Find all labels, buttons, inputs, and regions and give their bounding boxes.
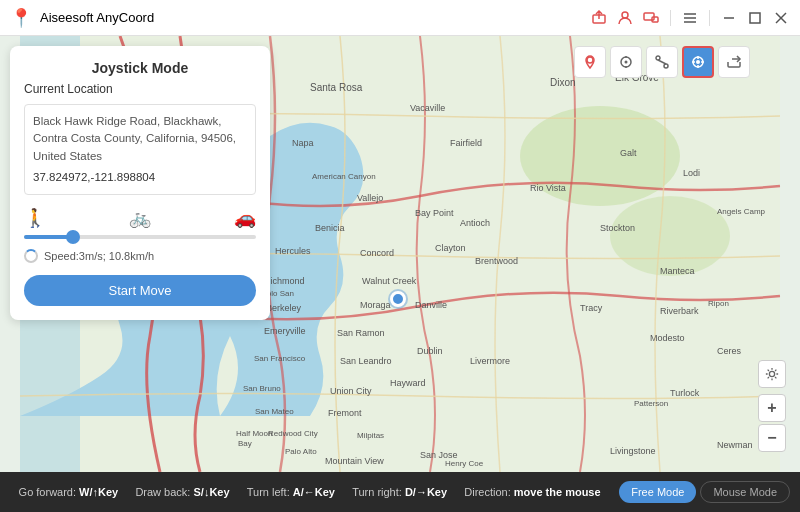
svg-point-75: [656, 56, 660, 60]
bottom-bar: Go forward: W/↑Key Draw back: S/↓Key Tur…: [0, 472, 800, 512]
svg-text:Berkeley: Berkeley: [266, 303, 302, 313]
panel-subtitle: Current Location: [24, 82, 256, 96]
svg-text:Lodi: Lodi: [683, 168, 700, 178]
menu-icon[interactable]: [681, 9, 699, 27]
svg-text:Vacaville: Vacaville: [410, 103, 445, 113]
svg-text:Redwood City: Redwood City: [268, 429, 318, 438]
coordinates-text: 37.824972,-121.898804: [33, 169, 247, 186]
svg-text:Hercules: Hercules: [275, 246, 311, 256]
svg-text:Ceres: Ceres: [717, 346, 742, 356]
slider-thumb[interactable]: [66, 230, 80, 244]
svg-text:Patterson: Patterson: [634, 399, 668, 408]
route-button[interactable]: [646, 46, 678, 78]
free-mode-button[interactable]: Free Mode: [619, 481, 696, 503]
map-toolbar: [574, 46, 750, 78]
svg-text:Half Moon: Half Moon: [236, 429, 272, 438]
location-dot: [390, 291, 406, 307]
svg-text:Walnut Creek: Walnut Creek: [362, 276, 417, 286]
hint-right-key: D/→Key: [405, 486, 447, 498]
svg-text:Brentwood: Brentwood: [475, 256, 518, 266]
hint-forward-label: Go forward:: [19, 486, 76, 498]
svg-point-84: [769, 371, 774, 376]
zoom-out-button[interactable]: −: [758, 424, 786, 452]
svg-text:Manteca: Manteca: [660, 266, 695, 276]
svg-point-14: [610, 196, 730, 276]
map-settings-button[interactable]: [758, 360, 786, 388]
share-icon[interactable]: [590, 9, 608, 27]
car-icon[interactable]: 🚗: [234, 207, 256, 229]
svg-text:Richmond: Richmond: [264, 276, 305, 286]
app-logo-icon: 📍: [10, 7, 32, 29]
svg-point-70: [587, 57, 593, 63]
hint-back-key: S/↓Key: [193, 486, 229, 498]
bike-icon[interactable]: 🚲: [129, 207, 151, 229]
start-move-button[interactable]: Start Move: [24, 275, 256, 306]
mouse-mode-button[interactable]: Mouse Mode: [700, 481, 790, 503]
hint-left-label: Turn left:: [247, 486, 290, 498]
svg-text:Tracy: Tracy: [580, 303, 603, 313]
svg-text:Napa: Napa: [292, 138, 314, 148]
svg-text:Vallejo: Vallejo: [357, 193, 383, 203]
hint-right-label: Turn right:: [352, 486, 402, 498]
walk-icon[interactable]: 🚶: [24, 207, 46, 229]
svg-text:Henry Coe: Henry Coe: [445, 459, 484, 468]
hint-forward: Go forward: W/↑Key: [19, 486, 119, 498]
titlebar-right: [590, 9, 790, 27]
export-button[interactable]: [718, 46, 750, 78]
zoom-controls: + −: [758, 360, 786, 452]
app-title: Aiseesoft AnyCoord: [40, 10, 154, 25]
minimize-button[interactable]: [720, 9, 738, 27]
hint-forward-key: W/↑Key: [79, 486, 118, 498]
svg-point-72: [625, 61, 628, 64]
user-icon[interactable]: [616, 9, 634, 27]
svg-text:Mountain View: Mountain View: [325, 456, 384, 466]
speed-slider-container: [24, 235, 256, 239]
keyboard-hints: Go forward: W/↑Key Draw back: S/↓Key Tur…: [0, 486, 619, 498]
side-panel: Joystick Mode Current Location Black Haw…: [10, 46, 270, 320]
location-pin-button[interactable]: [574, 46, 606, 78]
svg-text:Newman: Newman: [717, 440, 753, 450]
svg-text:Livingstone: Livingstone: [610, 446, 656, 456]
panel-title: Joystick Mode: [24, 60, 256, 76]
svg-text:American Canyon: American Canyon: [312, 172, 376, 181]
svg-text:Moraga: Moraga: [360, 300, 391, 310]
svg-text:Fremont: Fremont: [328, 408, 362, 418]
compass-button[interactable]: [610, 46, 642, 78]
svg-text:Union City: Union City: [330, 386, 372, 396]
hint-direction: Direction: move the mouse: [464, 486, 600, 498]
svg-text:Bay: Bay: [238, 439, 252, 448]
svg-text:Palo Alto: Palo Alto: [285, 447, 317, 456]
close-button[interactable]: [772, 9, 790, 27]
svg-text:Milpitas: Milpitas: [357, 431, 384, 440]
devices-icon[interactable]: [642, 9, 660, 27]
maximize-button[interactable]: [746, 9, 764, 27]
hint-back-label: Draw back:: [135, 486, 190, 498]
svg-text:Rio Vista: Rio Vista: [530, 183, 566, 193]
svg-text:Riverbark: Riverbark: [660, 306, 699, 316]
svg-text:San Ramon: San Ramon: [337, 328, 385, 338]
svg-text:Fairfield: Fairfield: [450, 138, 482, 148]
svg-text:Dublin: Dublin: [417, 346, 443, 356]
svg-rect-8: [750, 13, 760, 23]
slider-track[interactable]: [24, 235, 256, 239]
svg-text:Stockton: Stockton: [600, 223, 635, 233]
speed-icons-row: 🚶 🚲 🚗: [24, 207, 256, 229]
svg-point-78: [696, 60, 700, 64]
svg-text:San Mateo: San Mateo: [255, 407, 294, 416]
address-display: Black Hawk Ridge Road, Blackhawk, Contra…: [24, 104, 256, 195]
address-text: Black Hawk Ridge Road, Blackhawk, Contra…: [33, 115, 236, 162]
hint-right: Turn right: D/→Key: [352, 486, 447, 498]
svg-text:San Bruno: San Bruno: [243, 384, 281, 393]
zoom-in-button[interactable]: +: [758, 394, 786, 422]
svg-text:San Leandro: San Leandro: [340, 356, 392, 366]
svg-text:Danville: Danville: [415, 300, 447, 310]
joystick-mode-button[interactable]: [682, 46, 714, 78]
hint-back: Draw back: S/↓Key: [135, 486, 229, 498]
svg-text:Benicia: Benicia: [315, 223, 345, 233]
svg-point-76: [664, 64, 668, 68]
svg-point-1: [622, 12, 628, 18]
svg-text:Angels Camp: Angels Camp: [717, 207, 766, 216]
speed-spinner-icon: [24, 249, 38, 263]
svg-text:Bay Point: Bay Point: [415, 208, 454, 218]
svg-text:Antioch: Antioch: [460, 218, 490, 228]
